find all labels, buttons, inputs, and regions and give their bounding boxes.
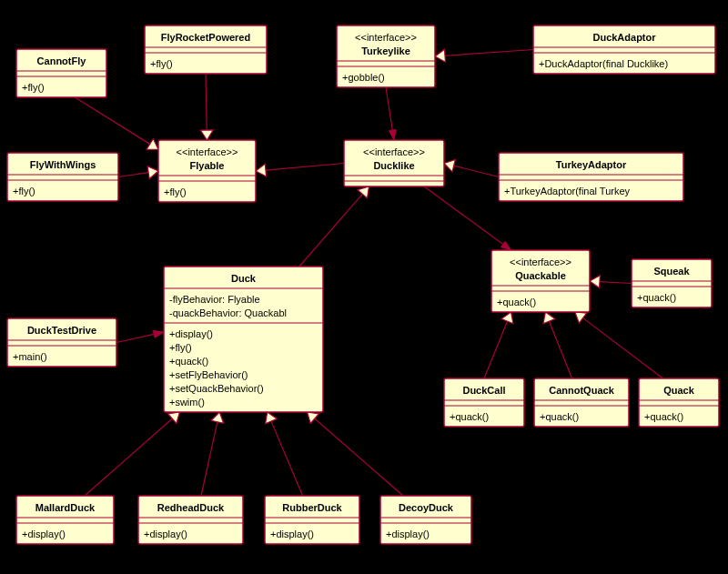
field: -quackBehavior: Quackabl xyxy=(169,307,287,318)
relation xyxy=(116,334,154,342)
svg-marker-5 xyxy=(389,130,396,140)
method: +quack() xyxy=(169,356,208,367)
svg-marker-9 xyxy=(590,276,600,288)
class-name: Squeak xyxy=(653,266,690,277)
relation xyxy=(484,321,507,378)
class-name: RubberDuck xyxy=(282,502,342,513)
class-Flyable: <<interface>>Flyable+fly() xyxy=(158,140,256,202)
class-RedheadDuck: RedheadDuck+display() xyxy=(138,496,243,544)
method: +fly() xyxy=(164,186,187,197)
relation xyxy=(266,164,344,171)
svg-marker-15 xyxy=(211,412,224,423)
class-name: CannotFly xyxy=(37,55,87,66)
svg-marker-13 xyxy=(153,330,164,337)
class-name: DuckAdaptor xyxy=(592,32,656,43)
relation xyxy=(583,318,663,378)
svg-marker-14 xyxy=(168,412,180,424)
class-MallardDuck: MallardDuck+display() xyxy=(16,496,114,544)
method: +quack() xyxy=(450,411,489,422)
method: +fly() xyxy=(13,186,35,196)
relation xyxy=(75,97,149,144)
method: +main() xyxy=(13,351,47,362)
field: -flyBehavior: Flyable xyxy=(169,294,260,305)
method: +DuckAdaptor(final Ducklike) xyxy=(539,58,668,69)
class-name: DecoyDuck xyxy=(399,502,454,513)
method: +display() xyxy=(386,529,430,539)
method: +setFlyBehavior() xyxy=(169,369,248,380)
svg-marker-1 xyxy=(200,130,213,140)
stereotype: <<interface>> xyxy=(363,146,425,157)
uml-diagram: CannotFly+fly()FlyRocketPowered+fly()<<i… xyxy=(0,0,728,574)
class-name: RedheadDuck xyxy=(157,502,225,513)
class-name: FlyWithWings xyxy=(30,159,96,170)
method: +quack() xyxy=(497,297,536,307)
class-name: DuckTestDrive xyxy=(27,325,96,336)
class-name: Quack xyxy=(663,385,695,396)
relation xyxy=(118,173,148,177)
svg-marker-0 xyxy=(147,138,158,149)
class-name: Turkeylike xyxy=(361,45,410,56)
class-Squeak: Squeak+quack() xyxy=(632,259,712,307)
class-Quack: Quack+quack() xyxy=(639,378,719,427)
svg-marker-8 xyxy=(500,241,511,250)
stereotype: <<interface>> xyxy=(510,257,571,267)
class-Duck: Duck-flyBehavior: Flyable-quackBehavior:… xyxy=(164,267,323,412)
svg-marker-12 xyxy=(575,312,587,323)
relation xyxy=(549,321,571,378)
stereotype: <<interface>> xyxy=(177,146,238,157)
method: +quack() xyxy=(644,411,683,422)
method: +fly() xyxy=(22,82,45,93)
relation xyxy=(85,418,172,496)
class-name: CannotQuack xyxy=(549,385,614,396)
svg-marker-7 xyxy=(358,186,369,198)
class-name: Flyable xyxy=(190,160,225,171)
class-FlyRocketPowered: FlyRocketPowered+fly() xyxy=(145,25,267,74)
method: +display() xyxy=(22,529,66,539)
svg-marker-17 xyxy=(308,412,319,424)
svg-marker-3 xyxy=(256,164,267,176)
class-name: Duck xyxy=(231,273,257,284)
class-TurkeyAdaptor: TurkeyAdaptor+TurkeyAdaptor(final Turkey xyxy=(499,153,683,201)
class-name: DuckCall xyxy=(462,385,505,396)
svg-marker-2 xyxy=(147,166,158,179)
relation xyxy=(600,282,632,284)
method: +quack() xyxy=(540,411,579,422)
relation xyxy=(201,422,217,496)
relation xyxy=(386,87,392,130)
method: +setQuackBehavior() xyxy=(169,383,264,394)
method: +quack() xyxy=(637,292,676,303)
method: +TurkeyAdaptor(final Turkey xyxy=(504,186,631,196)
relation xyxy=(424,186,503,245)
relation xyxy=(454,166,499,176)
class-DuckCall: DuckCall+quack() xyxy=(444,378,524,427)
class-name: Ducklike xyxy=(373,160,414,171)
method: +fly() xyxy=(169,342,192,353)
class-CannotFly: CannotFly+fly() xyxy=(16,49,106,97)
relation xyxy=(315,418,403,496)
method: +fly() xyxy=(150,58,173,69)
class-DuckAdaptor: DuckAdaptor+DuckAdaptor(final Ducklike) xyxy=(533,25,715,74)
relation xyxy=(299,194,363,267)
class-FlyWithWings: FlyWithWings+fly() xyxy=(7,153,118,201)
relation xyxy=(271,421,303,496)
class-CannotQuack: CannotQuack+quack() xyxy=(534,378,629,427)
class-Quackable: <<interface>>Quackable+quack() xyxy=(491,250,590,312)
class-DecoyDuck: DecoyDuck+display() xyxy=(380,496,471,544)
class-DuckTestDrive: DuckTestDrive+main() xyxy=(7,318,116,367)
relation xyxy=(445,50,533,56)
class-Ducklike: <<interface>>Ducklike xyxy=(344,140,444,186)
method: +gobble() xyxy=(342,72,385,83)
method: +display() xyxy=(270,529,314,539)
method: +display() xyxy=(144,529,187,539)
class-name: FlyRocketPowered xyxy=(161,32,250,43)
class-name: Quackable xyxy=(515,270,566,281)
method: +swim() xyxy=(169,397,205,408)
class-Turkeylike: <<interface>>Turkeylike+gobble() xyxy=(337,25,435,87)
class-name: TurkeyAdaptor xyxy=(556,159,627,170)
relation xyxy=(206,74,207,130)
method: +display() xyxy=(169,328,213,339)
stereotype: <<interface>> xyxy=(355,32,417,43)
class-RubberDuck: RubberDuck+display() xyxy=(265,496,359,544)
svg-marker-6 xyxy=(444,159,455,172)
class-name: MallardDuck xyxy=(35,502,96,513)
